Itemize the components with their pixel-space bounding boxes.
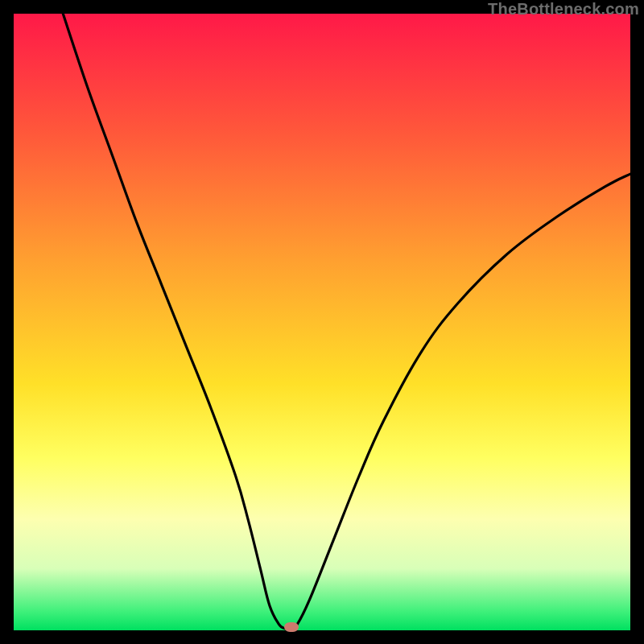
watermark-text: TheBottleneck.com: [488, 0, 639, 19]
selected-point-marker: [284, 622, 299, 632]
chart-plot-area: [14, 14, 630, 630]
bottleneck-curve: [14, 14, 630, 630]
